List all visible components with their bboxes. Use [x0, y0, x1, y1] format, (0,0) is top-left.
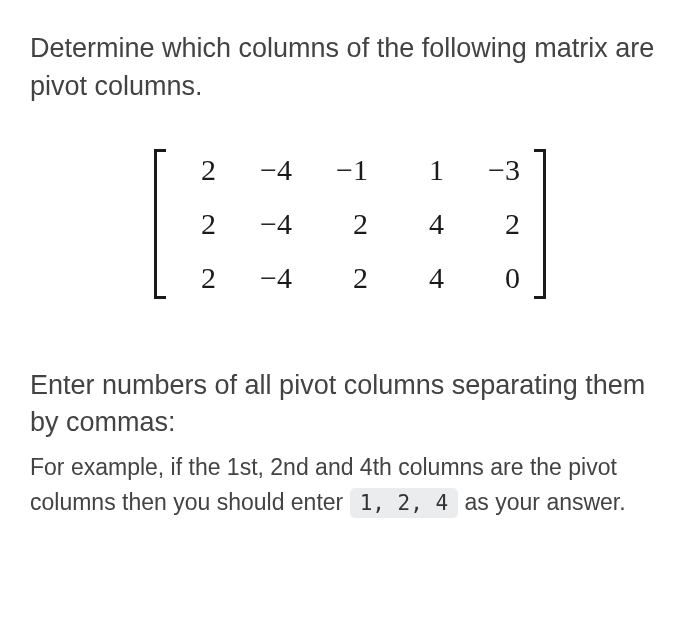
bracket-right	[538, 149, 552, 299]
matrix-cell: 2	[332, 261, 368, 295]
matrix-cell: 2	[180, 207, 216, 241]
matrix: 2 −4 −1 1 −3 2 −4 2 4 2 2 −4 2 4 0	[148, 141, 552, 307]
bracket-left	[148, 149, 162, 299]
question-prompt: Determine which columns of the following…	[30, 30, 670, 106]
matrix-cell: −4	[256, 207, 292, 241]
matrix-container: 2 −4 −1 1 −3 2 −4 2 4 2 2 −4 2 4 0	[30, 141, 670, 307]
matrix-cell: −3	[484, 153, 520, 187]
matrix-cell: −4	[256, 261, 292, 295]
matrix-cell: 0	[484, 261, 520, 295]
instruction-example: For example, if the 1st, 2nd and 4th col…	[30, 450, 670, 519]
example-post: as your answer.	[465, 489, 626, 515]
matrix-cell: 2	[332, 207, 368, 241]
matrix-cell: −4	[256, 153, 292, 187]
matrix-cell: 4	[408, 207, 444, 241]
matrix-cell: 2	[180, 261, 216, 295]
instruction-main: Enter numbers of all pivot columns separ…	[30, 367, 670, 443]
matrix-cell: 2	[180, 153, 216, 187]
matrix-grid: 2 −4 −1 1 −3 2 −4 2 4 2 2 −4 2 4 0	[162, 141, 538, 307]
matrix-cell: −1	[332, 153, 368, 187]
matrix-cell: 4	[408, 261, 444, 295]
matrix-cell: 2	[484, 207, 520, 241]
example-code: 1, 2, 4	[350, 488, 459, 518]
matrix-cell: 1	[408, 153, 444, 187]
